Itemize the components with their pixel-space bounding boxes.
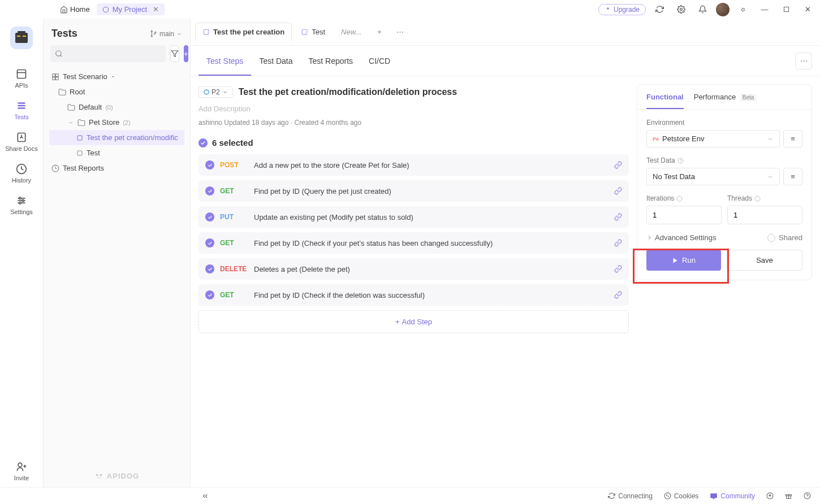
tab-test-creation[interactable]: Test the pet creation [195, 23, 292, 41]
branch-selector[interactable]: main [150, 30, 182, 38]
search-input[interactable] [66, 50, 161, 58]
rp-tab-functional[interactable]: Functional [646, 85, 684, 109]
step-action-button[interactable] [614, 239, 622, 247]
tree-root[interactable]: Root [49, 84, 184, 99]
step-checkbox[interactable] [205, 264, 214, 273]
threads-input[interactable] [727, 206, 802, 224]
help-icon[interactable] [754, 195, 761, 202]
data-value: No Test Data [653, 172, 695, 181]
rail-invite[interactable]: Invite [0, 455, 43, 487]
run-button[interactable]: Run [646, 250, 721, 271]
tab-more-button[interactable]: ⋯ [391, 28, 409, 36]
subtab-data[interactable]: Test Data [251, 46, 300, 76]
step-action-button[interactable] [614, 187, 622, 195]
step-checkbox[interactable] [205, 238, 214, 247]
status-connecting[interactable]: Connecting [608, 492, 653, 500]
upgrade-button[interactable]: Upgrade [598, 4, 646, 15]
home-button[interactable]: Home [55, 3, 94, 16]
tree-test2[interactable]: Test [49, 145, 184, 160]
settings-gear-button[interactable] [673, 5, 689, 14]
advanced-settings-toggle[interactable]: Advanced Settings [646, 233, 716, 242]
refresh-button[interactable] [651, 5, 667, 14]
priority-selector[interactable]: P2 [198, 86, 233, 98]
scenario-title[interactable]: Test the pet creation/modification/delet… [239, 87, 457, 97]
rail-share[interactable]: Share Docs [0, 126, 43, 158]
step-name: Find pet by ID (Check if the deletion wa… [254, 291, 608, 299]
subtab-cicd[interactable]: CI/CD [361, 46, 398, 76]
iterations-input[interactable] [646, 206, 722, 224]
selected-count: 6 selected [212, 138, 253, 147]
sidebar-title: Tests [51, 28, 77, 40]
tab-test[interactable]: Test [294, 23, 332, 41]
search-box[interactable] [50, 45, 166, 62]
rail-tests[interactable]: Tests [0, 94, 43, 126]
project-close-icon[interactable]: ✕ [153, 5, 159, 14]
test-step[interactable]: GET Find pet by ID (Check if the deletio… [198, 284, 629, 306]
env-select[interactable]: Pe Petstore Env [646, 130, 780, 147]
rp-tab-performance[interactable]: Performance Beta [694, 85, 757, 109]
tree-test1[interactable]: Test the pet creation/modific [49, 130, 184, 145]
tree-petstore[interactable]: Pet Store (2) [49, 115, 184, 130]
branch-name: main [159, 30, 174, 38]
step-checkbox[interactable] [205, 212, 214, 221]
tree-reports[interactable]: Test Reports [49, 160, 184, 176]
status-community[interactable]: Community [710, 492, 755, 500]
collapse-button[interactable] [201, 492, 209, 500]
data-select[interactable]: No Test Data [646, 168, 780, 185]
status-help[interactable] [804, 492, 811, 499]
user-avatar[interactable] [716, 3, 730, 16]
env-menu-button[interactable]: ≡ [783, 130, 802, 147]
test-step[interactable]: PUT Update an existing pet (Modify pet s… [198, 206, 629, 228]
save-button[interactable]: Save [727, 250, 802, 271]
test-step[interactable]: POST Add a new pet to the store (Create … [198, 154, 629, 176]
step-checkbox[interactable] [205, 160, 214, 170]
test-step[interactable]: GET Find pet by ID (Query the pet just c… [198, 180, 629, 202]
status-upload[interactable] [766, 492, 774, 499]
filter-button[interactable] [170, 45, 179, 62]
subtab-more-button[interactable]: ⋯ [795, 53, 812, 69]
pin-button[interactable] [735, 6, 751, 14]
invite-icon [16, 461, 27, 472]
step-action-button[interactable] [614, 213, 622, 221]
status-gift[interactable] [785, 492, 792, 499]
tree-default[interactable]: Default (0) [49, 99, 184, 115]
tree-scenario-root[interactable]: Test Scenario [49, 69, 184, 84]
rail-apis[interactable]: APIs [0, 63, 43, 94]
tab-add-button[interactable]: + [370, 28, 389, 36]
minimize-button[interactable]: — [757, 5, 772, 14]
nav-rail: APIs Tests Share Docs History Settings I… [0, 19, 43, 487]
sparkle-icon [605, 6, 611, 13]
step-action-button[interactable] [614, 265, 622, 273]
select-all-checkbox[interactable] [198, 138, 208, 147]
add-step-button[interactable]: + Add Step [198, 310, 629, 333]
test-step[interactable]: DELETE Deletes a pet (Delete the pet) [198, 258, 629, 280]
description-input[interactable]: Add Description [198, 102, 629, 119]
rail-label: History [12, 177, 31, 184]
add-button[interactable]: + [184, 45, 188, 62]
close-button[interactable]: ✕ [800, 5, 815, 14]
test-step[interactable]: GET Find pet by ID (Check if your pet's … [198, 232, 629, 254]
project-label: My Project [113, 5, 147, 14]
sync-icon [608, 492, 615, 499]
subtab-reports[interactable]: Test Reports [301, 46, 361, 76]
svg-point-40 [664, 493, 671, 499]
step-checkbox[interactable] [205, 290, 214, 299]
help-icon[interactable] [677, 158, 684, 164]
step-name: Find pet by ID (Check if your pet's stat… [254, 239, 608, 247]
status-cookies[interactable]: Cookies [664, 492, 698, 500]
project-tab[interactable]: My Project ✕ [97, 3, 165, 15]
rail-settings[interactable]: Settings [0, 189, 43, 221]
app-logo[interactable] [10, 27, 33, 49]
step-checkbox[interactable] [205, 186, 214, 195]
tab-new[interactable]: New... [334, 23, 368, 41]
data-menu-button[interactable]: ≡ [783, 168, 802, 185]
maximize-button[interactable] [778, 6, 794, 12]
step-action-button[interactable] [614, 161, 622, 169]
bell-button[interactable] [694, 5, 710, 14]
subtab-steps[interactable]: Test Steps [198, 46, 251, 76]
step-action-button[interactable] [614, 291, 622, 299]
shared-toggle[interactable]: Shared [767, 233, 802, 242]
rail-history[interactable]: History [0, 158, 43, 189]
test-icon [202, 28, 210, 36]
help-icon[interactable] [676, 195, 683, 202]
